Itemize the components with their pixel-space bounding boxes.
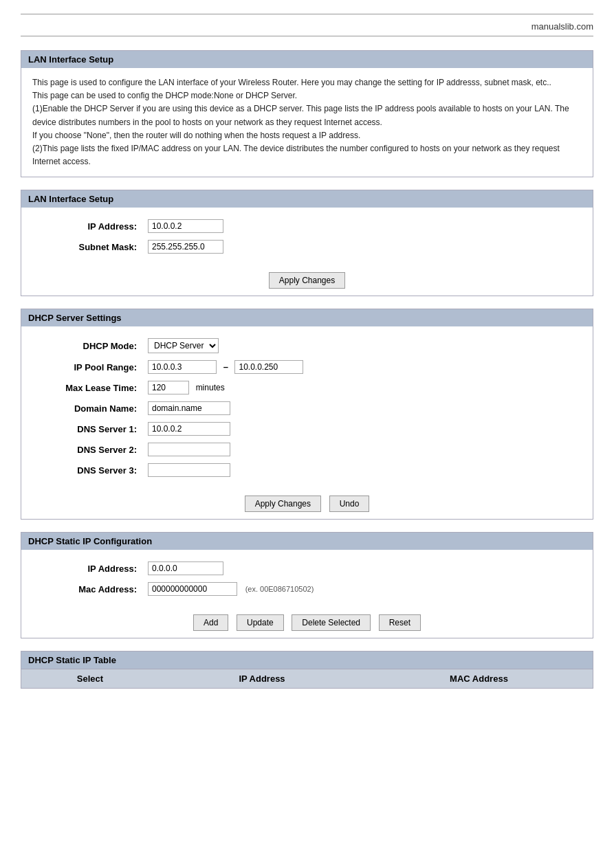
ip-address-input[interactable] — [148, 219, 223, 233]
ip-pool-start-input[interactable] — [148, 360, 217, 374]
static-add-button[interactable]: Add — [193, 614, 228, 631]
dhcp-mode-label: DHCP Mode: — [32, 335, 142, 357]
static-reset-button[interactable]: Reset — [379, 614, 421, 631]
lan-apply-row: Apply Changes — [21, 265, 593, 296]
info-line-2: This page can be used to config the DHCP… — [32, 91, 297, 100]
static-ip-label: IP Address: — [32, 558, 142, 579]
info-line-1: This page is used to configure the LAN i… — [32, 78, 551, 87]
lan-interface-form: IP Address: Subnet Mask: — [32, 216, 582, 257]
dns3-row: DNS Server 3: — [32, 460, 582, 480]
dns2-cell — [142, 439, 582, 460]
info-section: LAN Interface Setup This page is used to… — [21, 50, 593, 177]
static-mac-row: Mac Address: (ex. 00E086710502) — [32, 579, 582, 599]
dns3-label: DNS Server 3: — [32, 460, 142, 480]
dhcp-button-row: Apply Changes Undo — [21, 489, 593, 519]
static-ip-row: IP Address: — [32, 558, 582, 579]
domain-name-row: Domain Name: — [32, 398, 582, 419]
dns1-row: DNS Server 1: — [32, 419, 582, 439]
static-mac-cell: (ex. 00E086710502) — [142, 579, 582, 599]
dhcp-static-section: DHCP Static IP Configuration IP Address:… — [21, 532, 593, 638]
page-title-bar: manualslib.com — [21, 21, 593, 36]
static-ip-input[interactable] — [148, 561, 223, 575]
dhcp-static-table: Select IP Address MAC Address — [21, 669, 593, 688]
subnet-mask-row: Subnet Mask: — [32, 236, 582, 257]
max-lease-input[interactable] — [148, 381, 189, 394]
dns2-row: DNS Server 2: — [32, 439, 582, 460]
domain-name-input[interactable] — [148, 401, 230, 415]
static-mac-input[interactable] — [148, 582, 237, 596]
dhcp-mode-row: DHCP Mode: None DHCP Server — [32, 335, 582, 357]
dhcp-server-header: DHCP Server Settings — [21, 309, 593, 326]
col-ip: IP Address — [159, 669, 365, 689]
ip-address-label: IP Address: — [32, 216, 142, 236]
info-line-3: (1)Enable the DHCP Server if you are usi… — [32, 104, 569, 126]
static-mac-label: Mac Address: — [32, 579, 142, 599]
mac-hint: (ex. 00E086710502) — [245, 585, 314, 593]
max-lease-label: Max Lease Time: — [32, 377, 142, 398]
dhcp-static-form: IP Address: Mac Address: (ex. 00E0867105… — [32, 558, 582, 599]
dns1-input[interactable] — [148, 422, 230, 436]
dns2-input[interactable] — [148, 443, 230, 456]
dhcp-table-section: DHCP Static IP Table Select IP Address M… — [21, 651, 593, 689]
col-mac: MAC Address — [365, 669, 593, 689]
dhcp-static-body: IP Address: Mac Address: (ex. 00E0867105… — [21, 550, 593, 608]
pool-range-dash: – — [223, 361, 228, 372]
max-lease-cell: minutes — [142, 377, 582, 398]
ip-pool-range-row: IP Pool Range: – — [32, 357, 582, 377]
dhcp-undo-button[interactable]: Undo — [329, 496, 370, 512]
ip-address-row: IP Address: — [32, 216, 582, 236]
ip-address-cell — [142, 216, 582, 236]
info-section-body: This page is used to configure the LAN i… — [21, 68, 593, 177]
minutes-label: minutes — [196, 383, 225, 392]
subnet-mask-cell — [142, 236, 582, 257]
dns3-input[interactable] — [148, 463, 230, 477]
dns1-label: DNS Server 1: — [32, 419, 142, 439]
dhcp-server-body: DHCP Mode: None DHCP Server IP Pool Rang… — [21, 326, 593, 489]
static-ip-cell — [142, 558, 582, 579]
page-title: manualslib.com — [531, 21, 593, 32]
static-delete-button[interactable]: Delete Selected — [292, 614, 371, 631]
lan-interface-section: LAN Interface Setup IP Address: Subnet M… — [21, 190, 593, 296]
info-section-header: LAN Interface Setup — [21, 51, 593, 68]
static-update-button[interactable]: Update — [237, 614, 284, 631]
lan-apply-button[interactable]: Apply Changes — [269, 272, 345, 289]
lan-interface-body: IP Address: Subnet Mask: — [21, 208, 593, 265]
col-select: Select — [21, 669, 159, 689]
table-header-row: Select IP Address MAC Address — [21, 669, 593, 689]
lan-interface-header: LAN Interface Setup — [21, 190, 593, 208]
subnet-mask-label: Subnet Mask: — [32, 236, 142, 257]
dns2-label: DNS Server 2: — [32, 439, 142, 460]
domain-name-cell — [142, 398, 582, 419]
dhcp-apply-button[interactable]: Apply Changes — [245, 496, 321, 512]
info-line-4: If you choose "None", then the router wi… — [32, 131, 360, 140]
dns1-cell — [142, 419, 582, 439]
ip-pool-end-input[interactable] — [234, 360, 303, 374]
subnet-mask-input[interactable] — [148, 240, 223, 254]
ip-pool-range-cell: – — [142, 357, 582, 377]
info-line-5: (2)This page lists the fixed IP/MAC addr… — [32, 144, 560, 166]
dhcp-server-section: DHCP Server Settings DHCP Mode: None DHC… — [21, 309, 593, 520]
dns3-cell — [142, 460, 582, 480]
static-button-row: Add Update Delete Selected Reset — [21, 608, 593, 638]
info-text: This page is used to configure the LAN i… — [32, 76, 582, 168]
top-divider — [21, 14, 593, 14]
ip-pool-range-label: IP Pool Range: — [32, 357, 142, 377]
max-lease-row: Max Lease Time: minutes — [32, 377, 582, 398]
dhcp-table-header: DHCP Static IP Table — [21, 652, 593, 669]
dhcp-server-form: DHCP Mode: None DHCP Server IP Pool Rang… — [32, 335, 582, 480]
domain-name-label: Domain Name: — [32, 398, 142, 419]
dhcp-static-header: DHCP Static IP Configuration — [21, 533, 593, 550]
dhcp-mode-select[interactable]: None DHCP Server — [148, 338, 219, 353]
dhcp-mode-cell: None DHCP Server — [142, 335, 582, 357]
